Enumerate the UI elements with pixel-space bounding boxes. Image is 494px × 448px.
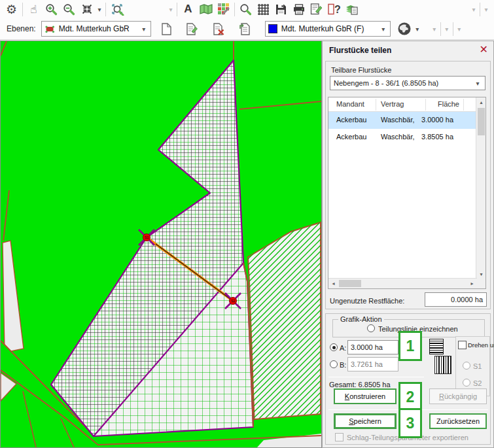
part-a-hatch-swatch bbox=[429, 339, 444, 354]
zoom-fit-icon[interactable] bbox=[78, 1, 96, 17]
toolbar-separator bbox=[480, 3, 480, 16]
gesamt-label: Gesamt: 6.8505 ha bbox=[329, 381, 391, 388]
mandant-symbol-icon bbox=[44, 24, 56, 34]
cell-mandant: Ackerbau bbox=[336, 133, 366, 141]
table-row-selected[interactable]: Ackerbau Waschbär, 3.0000 ha bbox=[328, 112, 477, 129]
divider bbox=[328, 377, 424, 377]
neighbour-parcel-diagonal bbox=[248, 222, 321, 434]
zoom-out-icon[interactable] bbox=[60, 1, 78, 17]
part-b-input[interactable]: 3.7261 ha bbox=[347, 357, 398, 371]
part-b-value: 3.7261 ha bbox=[351, 360, 383, 368]
part-a-radio[interactable] bbox=[330, 343, 338, 351]
scroll-left-icon[interactable]: ◂ bbox=[328, 279, 338, 288]
cell-vertrag: Waschbär, bbox=[381, 116, 415, 124]
vertical-scrollbar[interactable]: ▴ ▾ bbox=[476, 97, 485, 289]
scrollbar-thumb[interactable] bbox=[339, 280, 361, 287]
zuruecksetzen-button[interactable]: Zurücksetzen bbox=[429, 413, 487, 429]
s1-radio-label: S1 bbox=[473, 362, 482, 370]
restflaeche-value: 0.0000 ha bbox=[451, 296, 483, 303]
save-icon[interactable] bbox=[272, 1, 290, 17]
teilbare-flurstuecke-group: Teilbare Flurstücke Nebengem - 8 - 36/1 … bbox=[325, 61, 491, 309]
list-header: Mandant Vertrag Fläche bbox=[328, 97, 477, 112]
edit-report-icon[interactable] bbox=[308, 1, 325, 17]
marker-s2-label: S2 bbox=[231, 299, 236, 303]
scroll-right-icon[interactable]: ▸ bbox=[467, 279, 477, 288]
toolbar-dropdown-disabled[interactable]: ▾ bbox=[443, 26, 451, 33]
toolbar-separator bbox=[22, 3, 23, 16]
cell-mandant: Ackerbau bbox=[336, 116, 366, 124]
text-label-icon[interactable]: A bbox=[179, 1, 197, 17]
zoom-window-dropdown[interactable]: ▾ bbox=[167, 6, 175, 13]
flurstueck-combo-value: Nebengem - 8 - 36/1 (6.8505 ha) bbox=[334, 79, 474, 87]
table-row[interactable]: Ackerbau Waschbär, 3.8505 ha bbox=[328, 129, 477, 146]
flurstueck-combo-caret: ▾ bbox=[474, 80, 482, 87]
teilungslinie-radio[interactable] bbox=[367, 324, 375, 332]
part-a-input[interactable]: 3.0000 ha bbox=[347, 340, 398, 354]
copy-layers-icon[interactable] bbox=[343, 1, 361, 17]
map-view-icon[interactable] bbox=[197, 1, 215, 17]
drehen-um-group: Drehen um S1 S2 bbox=[455, 336, 490, 396]
grid-mesh-icon[interactable] bbox=[255, 1, 272, 17]
svg-text:?: ? bbox=[334, 4, 341, 15]
zoom-window-icon[interactable] bbox=[108, 1, 128, 17]
mandant-combobox[interactable]: Mdt. Mutterkuh GbR ▾ bbox=[41, 21, 151, 37]
s1-radio[interactable] bbox=[463, 362, 470, 370]
toolbar-separator bbox=[234, 3, 235, 16]
restflaeche-label: Ungenutzte Restfläche: bbox=[330, 297, 404, 305]
zoom-fit-dropdown[interactable]: ▾ bbox=[96, 6, 103, 13]
globe-dropdown[interactable]: ▾ bbox=[414, 26, 421, 33]
part-b-radio[interactable] bbox=[330, 360, 338, 368]
new-document-icon[interactable] bbox=[158, 21, 175, 37]
main-toolbar: ⚙ ☝ ▾ ▾ A bbox=[0, 0, 494, 18]
mandant-combo-value: Mdt. Mutterkuh GbR bbox=[59, 24, 137, 33]
settings-gear-icon[interactable]: ⚙ bbox=[3, 1, 20, 17]
rueckgaengig-button[interactable]: Rückgängig bbox=[429, 388, 487, 404]
restflaeche-value-field: 0.0000 ha bbox=[425, 292, 487, 307]
s2-radio-label: S2 bbox=[473, 379, 482, 387]
edit-document-icon[interactable] bbox=[183, 21, 201, 37]
flurstueck-combobox[interactable]: Nebengem - 8 - 36/1 (6.8505 ha) ▾ bbox=[330, 76, 485, 90]
flurstuecke-teilen-panel: Flurstücke teilen ✕ Teilbare Flurstücke … bbox=[322, 41, 494, 448]
zoom-in-icon[interactable] bbox=[43, 1, 60, 17]
layer-combo-value: Mdt. Mutterkuh GbR (F) bbox=[281, 24, 377, 33]
marker-s1-label: S1 bbox=[145, 235, 149, 239]
part-a-label: A: bbox=[340, 344, 346, 352]
part-b-label: B: bbox=[340, 361, 346, 369]
map-canvas[interactable]: S1 S2 bbox=[0, 41, 322, 448]
toolbar-dropdown-disabled[interactable]: ▾ bbox=[482, 6, 490, 13]
scroll-down-icon[interactable]: ▾ bbox=[476, 269, 486, 279]
layer-combobox[interactable]: Mdt. Mutterkuh GbR (F) ▾ bbox=[265, 21, 391, 37]
scroll-up-icon[interactable]: ▴ bbox=[476, 97, 486, 107]
toolbar-dropdown-disabled[interactable]: ▾ bbox=[431, 26, 438, 33]
thematic-colors-icon[interactable] bbox=[215, 1, 232, 17]
toolbar-separator bbox=[440, 22, 441, 36]
speichern-button[interactable]: Speichern bbox=[334, 413, 397, 429]
help-icon[interactable]: ? bbox=[325, 1, 343, 17]
map-svg: S1 S2 bbox=[1, 41, 321, 447]
close-icon[interactable]: ✕ bbox=[480, 43, 488, 56]
transfer-document-icon[interactable] bbox=[237, 21, 255, 37]
s2-radio[interactable] bbox=[463, 379, 470, 387]
toolbar-separator bbox=[105, 3, 106, 16]
print-icon[interactable] bbox=[290, 1, 308, 17]
mandant-combo-caret: ▾ bbox=[140, 26, 148, 33]
step-3-annotation: 3 bbox=[398, 408, 422, 438]
toolbar-dropdown-disabled[interactable]: ▾ bbox=[470, 6, 478, 13]
horizontal-scrollbar[interactable]: ◂ ▸ bbox=[328, 278, 477, 288]
export-checkbox[interactable] bbox=[335, 433, 344, 441]
toolbar-dropdown-disabled[interactable]: ▾ bbox=[455, 26, 463, 33]
drehen-um-checkbox[interactable] bbox=[458, 341, 467, 349]
header-vertrag: Vertrag bbox=[381, 100, 404, 108]
konstruieren-button[interactable]: Konstruieren bbox=[334, 388, 397, 404]
globe-icon[interactable] bbox=[396, 21, 414, 37]
column-divider bbox=[376, 99, 376, 111]
cell-flaeche: 3.0000 ha bbox=[421, 116, 453, 124]
cell-vertrag: Waschbär, bbox=[381, 133, 415, 141]
column-divider bbox=[463, 99, 464, 111]
scrollbar-thumb[interactable] bbox=[478, 108, 485, 135]
vertrag-list: Mandant Vertrag Fläche Ackerbau Waschbär… bbox=[328, 97, 486, 289]
layer-color-swatch bbox=[268, 24, 277, 33]
select-hand-icon[interactable]: ☝ bbox=[25, 1, 43, 17]
delete-document-icon[interactable] bbox=[210, 21, 228, 37]
search-icon[interactable] bbox=[237, 1, 255, 17]
